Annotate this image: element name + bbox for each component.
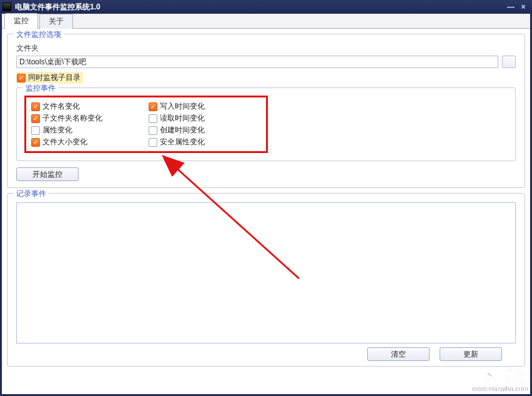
event-security-attr-change-label: 安全属性变化 [160, 137, 205, 147]
event-subfolder-name-change[interactable]: ✓ 子文件夹名称变化 [31, 113, 144, 124]
app-icon [2, 2, 11, 11]
clear-button[interactable]: 清空 [367, 347, 430, 361]
group-monitor-events: 监控事件 ✓ 文件名变化 ✓ 写入时间变化 [16, 87, 516, 161]
event-subfolder-name-change-checkbox[interactable]: ✓ [31, 114, 40, 123]
close-button[interactable]: × [517, 2, 530, 11]
refresh-button[interactable]: 更新 [440, 347, 502, 361]
event-attribute-change-label: 属性变化 [42, 125, 72, 136]
event-create-time-change-label: 创建时间变化 [160, 125, 205, 136]
log-textarea[interactable] [16, 202, 516, 344]
event-create-time-change[interactable]: 创建时间变化 [149, 125, 261, 136]
event-write-time-change-label: 写入时间变化 [160, 101, 205, 112]
event-create-time-change-checkbox[interactable] [149, 126, 157, 135]
subdir-checkbox[interactable]: ✓ [17, 74, 26, 82]
group-log-legend: 记录事件 [14, 189, 49, 199]
event-filename-change-checkbox[interactable]: ✓ [31, 102, 40, 111]
event-security-attr-change[interactable]: 安全属性变化 [149, 137, 261, 147]
tab-content: 文件监控选项 文件夹 ✓ 同时监视子目录 监控事件 ✓ 文件名变 [2, 29, 530, 394]
event-write-time-change[interactable]: ✓ 写入时间变化 [149, 101, 261, 112]
window-title: 电脑文件事件监控系统1.0 [15, 2, 505, 12]
event-filename-change[interactable]: ✓ 文件名变化 [31, 101, 144, 112]
tab-monitor[interactable]: 监控 [4, 13, 38, 29]
event-file-size-change-checkbox[interactable]: ✓ [31, 138, 40, 147]
subdir-checkbox-row[interactable]: ✓ 同时监视子目录 [16, 72, 83, 84]
folder-input[interactable] [16, 56, 498, 68]
window-body: 监控 关于 文件监控选项 文件夹 ✓ 同时监视子目录 监控事件 [0, 14, 532, 396]
event-filename-change-label: 文件名变化 [42, 101, 80, 112]
event-file-size-change[interactable]: ✓ 文件大小变化 [31, 137, 144, 147]
folder-row [16, 56, 516, 68]
event-write-time-change-checkbox[interactable]: ✓ [149, 102, 157, 111]
event-read-time-change-checkbox[interactable] [149, 114, 157, 123]
minimize-button[interactable]: — [505, 2, 517, 11]
event-read-time-change-label: 读取时间变化 [160, 113, 205, 124]
event-read-time-change[interactable]: 读取时间变化 [149, 113, 261, 124]
group-log: 记录事件 清空 更新 [7, 193, 525, 367]
event-security-attr-change-checkbox[interactable] [149, 138, 157, 147]
annotation-highlight-box: ✓ 文件名变化 ✓ 写入时间变化 ✓ 子文件夹名称变化 [24, 96, 268, 153]
browse-button[interactable] [502, 56, 516, 68]
event-file-size-change-label: 文件大小变化 [42, 137, 87, 147]
group-monitor-options: 文件监控选项 文件夹 ✓ 同时监视子目录 监控事件 ✓ 文件名变 [7, 34, 525, 188]
start-monitor-button[interactable]: 开始监控 [16, 167, 79, 181]
group-monitor-options-legend: 文件监控选项 [14, 29, 64, 40]
folder-label: 文件夹 [16, 43, 516, 54]
group-monitor-events-legend: 监控事件 [23, 83, 58, 94]
tab-about[interactable]: 关于 [39, 14, 73, 29]
event-attribute-change[interactable]: 属性变化 [31, 125, 144, 136]
subdir-checkbox-label: 同时监视子目录 [28, 72, 81, 83]
event-attribute-change-checkbox[interactable] [31, 126, 40, 135]
title-bar: 电脑文件事件监控系统1.0 — × [0, 0, 532, 14]
event-subfolder-name-change-label: 子文件夹名称变化 [42, 113, 102, 124]
tab-strip: 监控 关于 [2, 14, 530, 29]
